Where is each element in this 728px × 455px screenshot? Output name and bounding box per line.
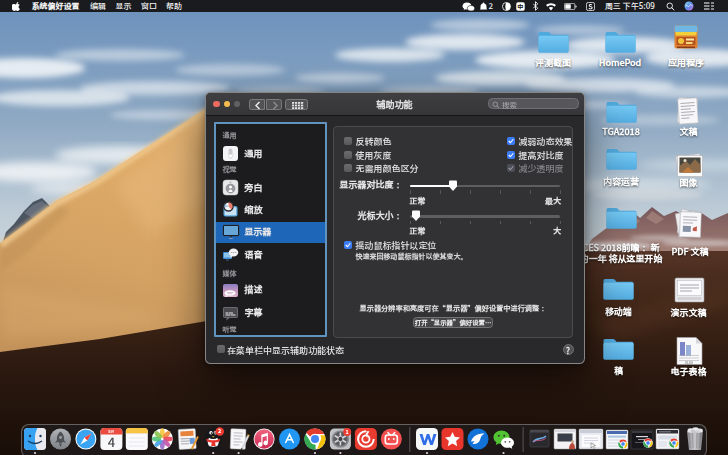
svg-text:2: 2: [218, 427, 221, 435]
svg-text:1: 1: [346, 428, 349, 436]
svg-text:4: 4: [108, 432, 116, 451]
